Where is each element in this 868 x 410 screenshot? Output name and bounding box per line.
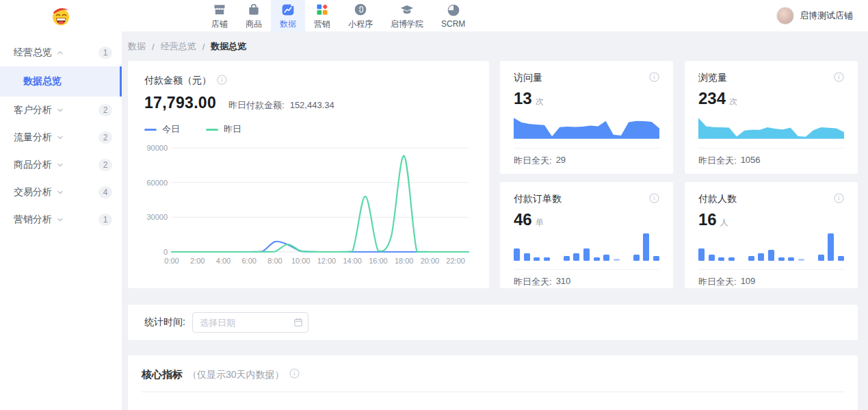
breadcrumb-item[interactable]: 经营总览 [161, 40, 196, 53]
paying-customers-card: 付款人数 16 人 昨日全天: 109 [685, 182, 858, 288]
legend-dash-today [144, 129, 157, 131]
info-icon[interactable] [649, 193, 659, 205]
date-picker [192, 312, 308, 333]
breadcrumb-item[interactable]: 数据 [128, 40, 146, 53]
stat-card-title: 访问量 [514, 72, 542, 84]
nav-tab-label: 营销 [314, 18, 330, 30]
sidebar-item-data-overview[interactable]: 数据总览 [0, 66, 122, 97]
app-logo[interactable] [0, 5, 122, 27]
payment-trend-chart: 03000060000900000:002:004:006:008:0010:0… [144, 137, 473, 274]
sidebar-item-product-analysis[interactable]: 商品分析 2 [0, 151, 122, 179]
nav-tab-academy[interactable]: 启博学院 [382, 0, 432, 31]
user-avatar [776, 7, 794, 25]
nav-tab-label: 数据 [280, 18, 296, 30]
pageviews-sparkline [698, 116, 844, 140]
mini-bar [718, 257, 724, 261]
svg-text:4:00: 4:00 [216, 257, 231, 265]
chevron-up-icon [57, 49, 64, 56]
info-icon[interactable] [649, 72, 659, 84]
info-icon[interactable] [217, 75, 227, 87]
stat-card-title: 浏览量 [698, 72, 727, 84]
svg-text:18:00: 18:00 [395, 257, 414, 265]
mini-bar [709, 255, 715, 261]
mini-bar [653, 256, 659, 261]
mini-bar [583, 248, 590, 261]
mini-bar [768, 250, 774, 261]
mini-bar [603, 255, 609, 261]
sidebar-item-label: 交易分析 [14, 186, 52, 198]
primary-nav: 店铺 商品 数据 营销 小程序 [202, 0, 474, 31]
nav-tab-scrm[interactable]: SCRM [432, 0, 474, 31]
legend-label: 今日 [162, 123, 180, 136]
stat-time-filter-card: 统计时间: [128, 305, 858, 340]
mini-bar [614, 259, 620, 261]
nav-tab-marketing[interactable]: 营销 [305, 0, 339, 31]
breadcrumb-separator: / [152, 42, 155, 52]
sidebar-item-label: 商品分析 [14, 159, 52, 171]
paying-customers-minibar [698, 232, 844, 261]
store-name: 启博测试店铺 [800, 10, 853, 22]
count-badge: 2 [98, 104, 112, 116]
count-badge: 1 [98, 47, 112, 59]
svg-text:22:00: 22:00 [446, 257, 465, 265]
mini-bar [633, 255, 640, 261]
nav-tab-goods[interactable]: 商品 [237, 0, 271, 31]
svg-text:16:00: 16:00 [369, 257, 388, 265]
stat-unit: 人 [720, 217, 728, 229]
payment-card-title: 付款金额（元） [144, 75, 211, 87]
stat-footer-label: 昨日全天: [514, 155, 552, 167]
yesterday-amount-label: 昨日付款金额: [228, 99, 285, 112]
mini-bar [788, 257, 794, 261]
sidebar-item-label: 营销分析 [14, 214, 52, 226]
legend-item-today[interactable]: 今日 [144, 123, 180, 136]
info-icon[interactable] [289, 368, 300, 381]
sidebar-item-label: 客户分析 [14, 104, 52, 116]
svg-text:90000: 90000 [146, 144, 168, 152]
academy-icon [399, 2, 415, 17]
mini-bar [564, 256, 570, 261]
payment-amount-value: 17,793.00 [144, 94, 216, 112]
stat-footer-label: 昨日全天: [698, 155, 737, 167]
breadcrumb-current: 数据总览 [211, 40, 246, 53]
paid-orders-minibar [514, 232, 659, 261]
svg-text:60000: 60000 [146, 179, 168, 187]
chevron-down-icon [57, 162, 64, 168]
pageviews-card: 浏览量 234 次 昨日全天: 1056 [685, 61, 858, 174]
mini-bar [544, 257, 550, 261]
breadcrumb-separator: / [202, 42, 205, 52]
sidebar-item-marketing-analysis[interactable]: 营销分析 1 [0, 206, 122, 233]
svg-text:0: 0 [163, 248, 168, 256]
stat-cards-grid: 访问量 13 次 昨日全天: 29 浏览量 [500, 61, 858, 288]
info-icon[interactable] [834, 72, 844, 84]
stat-footer-label: 昨日全天: [698, 276, 737, 288]
visits-sparkline [514, 116, 659, 140]
sidebar-item-trade-analysis[interactable]: 交易分析 4 [0, 179, 122, 206]
yesterday-amount-value: 152,443.34 [290, 100, 334, 110]
svg-text:0:00: 0:00 [164, 257, 179, 265]
stat-value: 13 [514, 89, 532, 108]
mini-bar [778, 257, 785, 261]
miniprogram-icon [354, 2, 367, 17]
marketing-icon [315, 2, 329, 17]
stat-footer-value: 29 [556, 155, 566, 167]
sidebar-item-business-overview[interactable]: 经营总览 1 [0, 39, 122, 66]
legend-item-yesterday[interactable]: 昨日 [206, 123, 241, 136]
svg-text:20:00: 20:00 [421, 257, 440, 265]
count-badge: 2 [98, 159, 112, 171]
stat-unit: 次 [729, 96, 737, 107]
info-icon[interactable] [834, 193, 844, 205]
nav-tab-shop[interactable]: 店铺 [202, 0, 237, 31]
chart-legend: 今日 昨日 [144, 123, 473, 136]
nav-tab-miniprogram[interactable]: 小程序 [339, 0, 382, 31]
stat-unit: 次 [536, 96, 544, 107]
date-picker-input[interactable] [192, 312, 308, 333]
svg-text:2:00: 2:00 [190, 257, 205, 265]
nav-tab-data[interactable]: 数据 [271, 0, 305, 31]
nav-tab-label: 小程序 [348, 18, 373, 30]
mini-bar [698, 248, 705, 261]
sidebar-item-traffic-analysis[interactable]: 流量分析 2 [0, 124, 122, 151]
chevron-down-icon [57, 216, 64, 223]
sidebar-item-customer-analysis[interactable]: 客户分析 2 [0, 97, 122, 124]
user-menu[interactable]: 启博测试店铺 [776, 7, 853, 25]
stat-value: 46 [514, 210, 532, 229]
